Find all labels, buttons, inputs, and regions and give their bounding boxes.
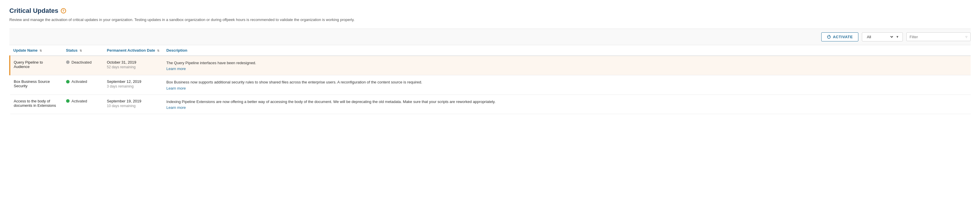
filter-funnel-icon: ▿ [966, 35, 967, 39]
page-header: Critical Updates ? Review and manage the… [10, 7, 970, 23]
page-title-row: Critical Updates ? [10, 7, 970, 14]
col-header-date[interactable]: Permanent Activation Date ⇅ [103, 45, 163, 56]
learn-more-link[interactable]: Learn more [166, 86, 967, 90]
col-desc-label: Description [166, 48, 188, 52]
critical-updates-table: Update Name ⇅ Status ⇅ Permanent Activat… [10, 45, 970, 114]
sort-icon-status: ⇅ [80, 49, 82, 52]
col-date-label: Permanent Activation Date [107, 48, 155, 52]
days-remaining: 10 days remaining [107, 104, 160, 108]
filter-select[interactable]: All Activated Deactivated [866, 35, 894, 40]
update-name-text: Query Pipeline to Audience [14, 60, 43, 69]
toolbar: ACTIVATE All Activated Deactivated ▼ ▿ [10, 28, 970, 45]
update-name-text: Access to the body of documents in Exten… [14, 99, 56, 108]
cell-description: The Query Pipeline interfaces have been … [163, 56, 970, 75]
activation-date: September 19, 2019 [107, 99, 160, 103]
status-label: Activated [72, 99, 87, 103]
power-icon [827, 35, 831, 39]
status-dot [66, 80, 70, 84]
cell-description: Indexing Pipeline Extensions are now off… [163, 95, 970, 114]
description-text: Box Business now supports additional sec… [166, 80, 422, 84]
status-cell: Deactivated [66, 60, 100, 65]
table-row[interactable]: Access to the body of documents in Exten… [10, 95, 971, 114]
cell-status: Activated [62, 95, 103, 114]
status-dot [66, 60, 70, 64]
sort-icon-date: ⇅ [157, 49, 159, 52]
cell-date: October 31, 2019 52 days remaining [103, 56, 163, 75]
cell-update-name: Query Pipeline to Audience [10, 56, 62, 75]
help-icon[interactable]: ? [61, 8, 66, 13]
learn-more-link[interactable]: Learn more [166, 105, 967, 110]
table-header: Update Name ⇅ Status ⇅ Permanent Activat… [10, 45, 971, 56]
page-subtitle: Review and manage the activation of crit… [10, 17, 970, 23]
cell-update-name: Access to the body of documents in Exten… [10, 95, 62, 114]
cell-update-name: Box Business Source Security [10, 75, 62, 95]
cell-description: Box Business now supports additional sec… [163, 75, 970, 95]
update-name-text: Box Business Source Security [14, 79, 50, 88]
table-row[interactable]: Box Business Source Security Activated S… [10, 75, 971, 95]
chevron-down-icon: ▼ [896, 35, 899, 38]
activate-label: ACTIVATE [833, 35, 853, 39]
filter-input[interactable] [910, 35, 964, 39]
days-remaining: 3 days remaining [107, 84, 160, 89]
status-cell: Activated [66, 99, 100, 103]
col-header-status[interactable]: Status ⇅ [62, 45, 103, 56]
col-status-label: Status [66, 48, 78, 52]
status-cell: Activated [66, 79, 100, 84]
page-title: Critical Updates [10, 7, 59, 14]
learn-more-link[interactable]: Learn more [166, 66, 967, 71]
status-label: Activated [72, 79, 87, 84]
page-container: Critical Updates ? Review and manage the… [0, 0, 980, 121]
activation-date: September 12, 2019 [107, 79, 160, 84]
status-dot [66, 99, 70, 103]
col-header-description: Description [163, 45, 970, 56]
table-row[interactable]: Query Pipeline to Audience Deactivated O… [10, 56, 971, 75]
col-header-name[interactable]: Update Name ⇅ [10, 45, 62, 56]
days-remaining: 52 days remaining [107, 65, 160, 69]
sort-icon-name: ⇅ [40, 49, 42, 52]
cell-date: September 12, 2019 3 days remaining [103, 75, 163, 95]
activation-date: October 31, 2019 [107, 60, 160, 65]
description-text: The Query Pipeline interfaces have been … [166, 61, 256, 65]
cell-status: Deactivated [62, 56, 103, 75]
status-label: Deactivated [72, 60, 92, 65]
cell-date: September 19, 2019 10 days remaining [103, 95, 163, 114]
filter-dropdown[interactable]: All Activated Deactivated ▼ [862, 32, 903, 41]
table-body: Query Pipeline to Audience Deactivated O… [10, 56, 971, 114]
col-name-label: Update Name [13, 48, 38, 52]
activate-button[interactable]: ACTIVATE [821, 32, 858, 41]
description-text: Indexing Pipeline Extensions are now off… [166, 100, 496, 104]
filter-input-wrap: ▿ [906, 32, 970, 41]
cell-status: Activated [62, 75, 103, 95]
